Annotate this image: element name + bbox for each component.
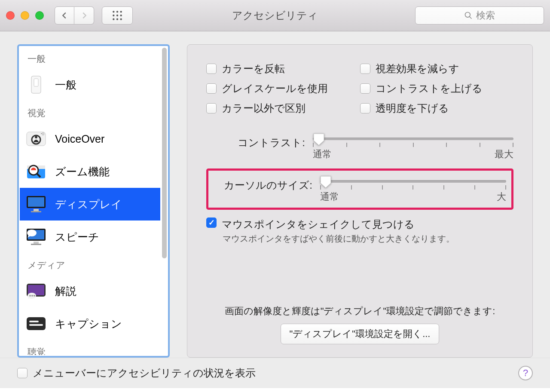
sidebar-item-label: ズーム機能 [55,165,110,179]
svg-rect-39 [29,324,43,326]
svg-point-5 [120,15,122,16]
svg-rect-38 [29,321,39,322]
svg-point-34 [29,295,31,297]
slider-tick [351,185,352,190]
svg-point-4 [116,15,118,16]
search-placeholder: 検索 [476,9,495,22]
grayscale-label: グレイスケールを使用 [222,82,328,95]
sidebar-section-header: 視覚 [20,101,160,122]
contrast-min-label: 通常 [313,148,332,161]
menubar-status-checkbox[interactable] [17,368,28,378]
slider-tick [346,143,347,147]
window-controls [6,11,44,20]
show-all-prefs-button[interactable] [102,6,133,24]
slider-tick [505,185,506,190]
reducetrans-checkbox[interactable] [360,103,370,113]
option-contrastup: コントラストを上げる [360,82,514,95]
option-grayscale: グレイスケールを使用 [206,82,360,95]
invert-label: カラーを反転 [222,62,285,76]
svg-point-3 [113,15,114,16]
window-footer: メニューバーにアクセシビリティの状況を表示 ? [0,358,550,388]
svg-rect-29 [31,244,41,245]
contrast-slider-row: コントラスト: 通常 最大 [206,135,513,161]
open-display-prefs-button[interactable]: "ディスプレイ"環境設定を開く... [281,324,440,344]
slider-tick [382,185,383,190]
svg-rect-24 [34,209,39,211]
sidebar-item-display[interactable]: ディスプレイ [20,188,160,220]
zoom-icon [25,162,47,181]
help-button[interactable]: ? [518,366,533,380]
contrastup-checkbox[interactable] [360,83,370,94]
grayscale-checkbox[interactable] [206,83,217,94]
shake-to-locate-checkbox[interactable] [206,217,217,228]
slider-tick [443,185,444,190]
cursor-label: カーソルのサイズ: [214,178,312,192]
search-field[interactable]: 検索 [415,6,544,24]
cursor-slider-row: カーソルのサイズ: 通常 大 [214,178,506,203]
slider-tick [480,143,480,147]
cursor-size-slider[interactable] [320,180,506,183]
settings-panel: カラーを反転グレイスケールを使用カラー以外で区別 視差効果を減らすコントラストを… [187,44,533,358]
reducemotion-checkbox[interactable] [360,64,370,74]
sidebar-item-label: 解説 [55,284,76,298]
zoom-window-button[interactable] [35,11,44,20]
sidebar-item-captions[interactable]: キャプション [20,307,160,340]
sidebar-item-zoom[interactable]: ズーム機能 [20,155,160,188]
cursor-size-highlight: カーソルのサイズ: 通常 大 [206,168,513,210]
category-sidebar: 一般一般視覚•))VoiceOverズーム機能ディスプレイスピーチメディア解説キ… [17,44,170,358]
sidebar-item-label: スピーチ [55,230,99,244]
slider-tick [412,185,413,190]
sidebar-section-header: 一般 [20,47,160,68]
cursor-max-label: 大 [497,190,506,203]
sidebar-item-speech[interactable]: スピーチ [20,220,160,253]
diffcolor-label: カラー以外で区別 [222,101,306,115]
contrast-label: コントラスト: [206,135,305,150]
svg-point-15 [35,136,37,138]
window-titlebar: アクセシビリティ 検索 [0,0,550,31]
svg-text:•)): •)) [41,132,44,135]
svg-rect-25 [31,211,41,212]
sidebar-scrollbar[interactable] [162,48,167,354]
speech-icon [25,227,47,246]
slider-tick [379,143,380,147]
sidebar-item-general[interactable]: 一般 [20,68,160,101]
contrast-slider[interactable] [313,138,513,140]
invert-checkbox[interactable] [206,64,217,74]
sidebar-item-label: 一般 [55,78,76,92]
reducemotion-label: 視差効果を減らす [376,62,459,76]
scrollbar-thumb[interactable] [162,48,167,258]
cursor-min-label: 通常 [320,190,339,203]
shake-subtitle: マウスポインタをすばやく前後に動かすと大きくなります。 [223,233,455,245]
minimize-window-button[interactable] [21,11,29,20]
sidebar-item-descriptions[interactable]: 解説 [20,275,160,307]
close-window-button[interactable] [6,11,15,20]
forward-button[interactable] [74,6,94,24]
search-icon [464,11,473,20]
option-invert: カラーを反転 [206,62,360,76]
diffcolor-checkbox[interactable] [206,103,217,113]
back-button[interactable] [55,6,74,24]
svg-point-7 [116,18,118,20]
voiceover-icon: •)) [25,129,47,148]
option-reducemotion: 視差効果を減らす [360,62,514,76]
svg-point-6 [113,18,114,20]
svg-point-2 [120,11,122,12]
captions-icon [25,314,47,333]
svg-point-0 [113,11,114,12]
sidebar-item-label: ディスプレイ [55,197,122,211]
sidebar-item-label: キャプション [55,317,122,331]
option-reducetrans: 透明度を下げる [360,101,514,115]
svg-rect-23 [28,197,44,207]
svg-point-30 [27,230,37,236]
svg-point-1 [116,11,118,12]
svg-point-9 [465,12,471,18]
slider-tick [413,143,414,147]
nav-back-forward [55,6,94,24]
svg-rect-12 [34,79,38,86]
svg-rect-28 [34,242,39,244]
general-icon [25,75,47,94]
sidebar-item-voiceover[interactable]: •))VoiceOver [20,122,160,155]
svg-rect-37 [27,317,46,330]
shake-title: マウスポインタをシェイクして見つける [222,217,455,231]
reducetrans-label: 透明度を下げる [376,101,449,115]
